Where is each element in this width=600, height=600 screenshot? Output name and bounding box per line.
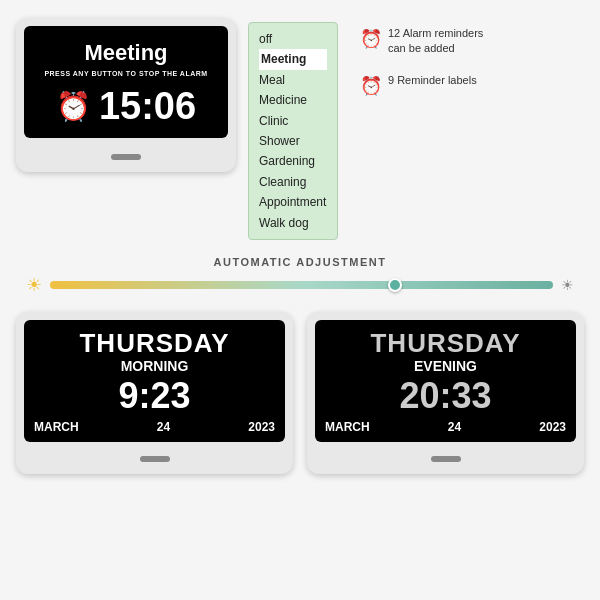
morning-btn-indicator [24, 448, 285, 466]
clock-alarm-text: PRESS ANY BUTTON TO STOP THE ALARM [34, 70, 218, 77]
middle-section: AUTOMATIC ADJUSTMENT ☀ ☀ [0, 250, 600, 302]
alarm-clock-icon: ⏰ [56, 90, 91, 123]
dropdown-item[interactable]: off [259, 29, 327, 49]
bottom-section: THURSDAY MORNING 9:23 MARCH 24 2023 THUR… [0, 302, 600, 484]
clock-time: 15:06 [99, 85, 196, 128]
morning-year: 2023 [248, 420, 275, 434]
dropdown-container: offMeetingMealMedicineClinicShowerGarden… [248, 22, 338, 240]
dropdown-item[interactable]: Clinic [259, 111, 327, 131]
morning-month: MARCH [34, 420, 79, 434]
morning-btn-bar [140, 456, 170, 462]
evening-time: 20:33 [323, 376, 568, 416]
evening-day: THURSDAY [323, 330, 568, 356]
top-section: Meeting PRESS ANY BUTTON TO STOP THE ALA… [0, 0, 600, 250]
brightness-bar[interactable] [50, 281, 553, 289]
info-labels: ⏰ 12 Alarm reminderscan be added ⏰ 9 Rem… [360, 26, 483, 97]
auto-label: AUTOMATIC ADJUSTMENT [16, 256, 584, 268]
morning-time: 9:23 [32, 376, 277, 416]
dropdown-item[interactable]: Shower [259, 131, 327, 151]
morning-period: MORNING [32, 358, 277, 374]
clock-btn-bar [111, 154, 141, 160]
morning-clock-frame: THURSDAY MORNING 9:23 MARCH 24 2023 [16, 312, 293, 474]
info-text-reminders: 9 Reminder labels [388, 73, 477, 88]
evening-date-row: MARCH 24 2023 [323, 420, 568, 434]
sun-bright-icon: ☀ [26, 274, 42, 296]
clock-time-row: ⏰ 15:06 [34, 85, 218, 128]
evening-clock-frame: THURSDAY EVENING 20:33 MARCH 24 2023 [307, 312, 584, 474]
brightness-thumb[interactable] [388, 278, 402, 292]
dropdown-item[interactable]: Meeting [259, 49, 327, 69]
evening-period: EVENING [323, 358, 568, 374]
dropdown-item[interactable]: Medicine [259, 90, 327, 110]
info-text-alarms: 12 Alarm reminderscan be added [388, 26, 483, 57]
alarm-icon-2: ⏰ [360, 75, 382, 97]
evening-date: 24 [448, 420, 461, 434]
dropdown-item[interactable]: Cleaning [259, 172, 327, 192]
evening-btn-bar [431, 456, 461, 462]
info-item-reminders: ⏰ 9 Reminder labels [360, 73, 483, 97]
clock-title: Meeting [34, 40, 218, 66]
dropdown-item[interactable]: Appointment [259, 192, 327, 212]
morning-date-row: MARCH 24 2023 [32, 420, 277, 434]
dropdown-list[interactable]: offMeetingMealMedicineClinicShowerGarden… [248, 22, 338, 240]
morning-date: 24 [157, 420, 170, 434]
evening-btn-indicator [315, 448, 576, 466]
brightness-bar-container: ☀ ☀ [16, 274, 584, 296]
dropdown-item[interactable]: Walk dog [259, 213, 327, 233]
evening-month: MARCH [325, 420, 370, 434]
evening-year: 2023 [539, 420, 566, 434]
dropdown-item[interactable]: Meal [259, 70, 327, 90]
sun-dim-icon: ☀ [561, 277, 574, 293]
alarm-icon-1: ⏰ [360, 28, 382, 50]
clock-screen: Meeting PRESS ANY BUTTON TO STOP THE ALA… [24, 26, 228, 138]
info-item-alarms: ⏰ 12 Alarm reminderscan be added [360, 26, 483, 57]
clock-frame: Meeting PRESS ANY BUTTON TO STOP THE ALA… [16, 18, 236, 172]
morning-day: THURSDAY [32, 330, 277, 356]
clock-button-indicator [24, 146, 228, 164]
morning-clock-screen: THURSDAY MORNING 9:23 MARCH 24 2023 [24, 320, 285, 442]
evening-clock-screen: THURSDAY EVENING 20:33 MARCH 24 2023 [315, 320, 576, 442]
dropdown-item[interactable]: Gardening [259, 151, 327, 171]
